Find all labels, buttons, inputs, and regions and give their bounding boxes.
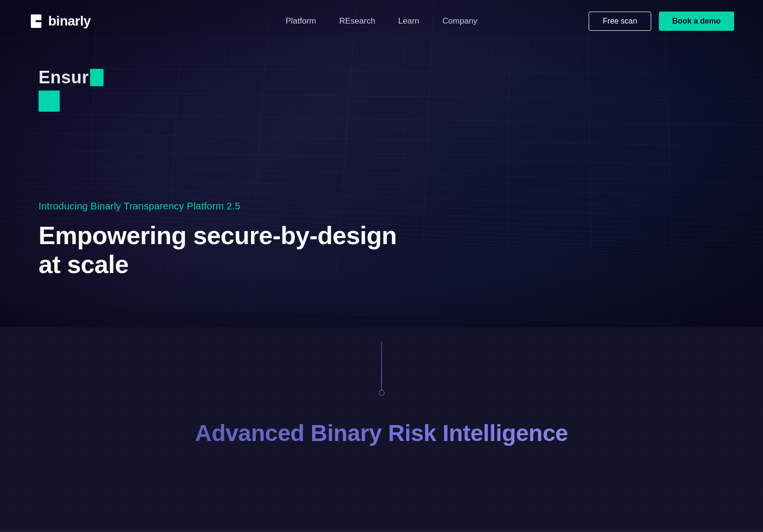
typing-block-small (39, 91, 60, 112)
hero-headline: Empowering secure-by-design at scale (39, 221, 424, 279)
typing-text: Ensur (39, 67, 89, 88)
logo-text: binarly (48, 13, 91, 29)
svg-rect-3 (37, 14, 41, 20)
scroll-indicator (379, 327, 384, 396)
nav-links: Platform REsearch Learn Company (286, 16, 477, 26)
hero-bottom: Introducing Binarly Transparency Platfor… (39, 201, 724, 298)
free-scan-button[interactable]: Free scan (589, 12, 651, 31)
advanced-risk-section: Advanced Binary Risk Intelligence (195, 420, 568, 446)
nav-platform[interactable]: Platform (286, 16, 316, 26)
below-hero-section: Advanced Binary Risk Intelligence (0, 327, 763, 530)
logo-icon (29, 13, 46, 30)
nav-company[interactable]: Company (442, 16, 477, 26)
advanced-risk-title: Advanced Binary Risk Intelligence (195, 420, 568, 446)
navbar: binarly Platform REsearch Learn Company … (0, 0, 763, 42)
nav-learn[interactable]: Learn (398, 16, 419, 26)
book-demo-button[interactable]: Book a demo (659, 12, 734, 31)
hero-subtitle: Introducing Binarly Transparency Platfor… (39, 201, 724, 212)
typing-line-2 (39, 91, 724, 112)
nav-actions: Free scan Book a demo (589, 12, 734, 31)
hero-section: 04.44 04.22 04.11 04.07 04.00 04.87 Ensu… (0, 0, 763, 327)
typing-line-1: Ensur (39, 67, 724, 88)
hero-typing-block: Ensur (39, 67, 724, 112)
scroll-dot (379, 390, 384, 396)
nav-research[interactable]: REsearch (339, 16, 375, 26)
scroll-line (381, 342, 382, 390)
svg-rect-4 (37, 22, 41, 28)
typing-cursor (90, 69, 104, 86)
hero-content: Ensur Introducing Binarly Transparency P… (0, 0, 763, 327)
logo[interactable]: binarly (29, 13, 91, 30)
